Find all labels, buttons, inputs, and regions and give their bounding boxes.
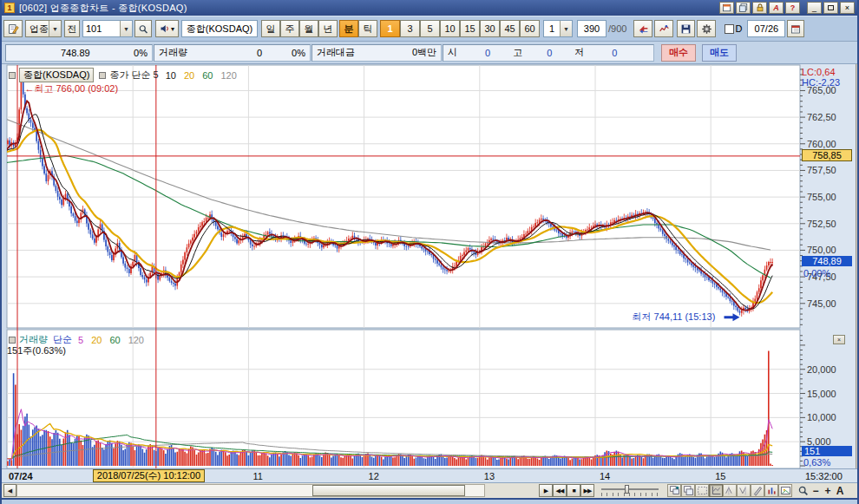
price-tick-label: 745,00 bbox=[807, 298, 836, 309]
minimize-button[interactable]: _ bbox=[807, 2, 822, 14]
price-tick-label: 760,00 bbox=[807, 139, 836, 149]
zoom-in-button[interactable]: + bbox=[822, 485, 834, 497]
prev-button[interactable]: 전 bbox=[64, 20, 80, 37]
maximize-button[interactable] bbox=[823, 2, 838, 14]
price-change-pct: 0% bbox=[134, 48, 148, 58]
copy-window-button[interactable] bbox=[736, 2, 751, 14]
windows-cascade-button[interactable] bbox=[681, 484, 695, 497]
scroll-left-button[interactable]: ◀ bbox=[3, 484, 16, 497]
bar-count-combo[interactable]: 1▼ bbox=[543, 20, 573, 37]
help-button[interactable]: ? bbox=[785, 2, 800, 14]
rewind-button[interactable]: ◀◀ bbox=[553, 484, 567, 497]
time-label-hour: 11 bbox=[252, 471, 262, 481]
price-tick-label: 752,50 bbox=[807, 219, 836, 229]
chevron-down-icon: ▾ bbox=[171, 25, 174, 33]
ma-period-label: 20 bbox=[184, 70, 194, 81]
save-icon bbox=[680, 23, 692, 35]
close-button[interactable]: × bbox=[840, 2, 855, 14]
peak-tool-icon bbox=[725, 485, 736, 496]
minute-button-15[interactable]: 15 bbox=[460, 20, 480, 37]
popup-window-icon bbox=[722, 3, 732, 13]
volume-pane-close-button[interactable]: × bbox=[833, 335, 845, 344]
minute-button-5[interactable]: 5 bbox=[420, 20, 440, 37]
forward-button[interactable]: ▶▶ bbox=[580, 484, 594, 497]
date-field[interactable]: 07/26 bbox=[747, 20, 785, 37]
volume-field: 거래량00% bbox=[154, 44, 311, 62]
minute-button-10[interactable]: 10 bbox=[440, 20, 460, 37]
chart-settings-button[interactable] bbox=[3, 20, 23, 37]
crosshair-tool-button[interactable] bbox=[709, 484, 723, 497]
timeframe-button-월[interactable]: 월 bbox=[299, 20, 318, 37]
volume-value: 0 bbox=[257, 48, 262, 58]
high-annotation: ←최고 766,00 (09:02) bbox=[24, 82, 118, 95]
popup-window-button[interactable] bbox=[719, 2, 734, 14]
minute-button-45[interactable]: 45 bbox=[500, 20, 520, 37]
high-label: 고 bbox=[513, 46, 522, 59]
chart-style-button[interactable] bbox=[654, 20, 673, 37]
crosshair-time-badge: 2018/07/25(수) 10:12:00 bbox=[93, 469, 205, 482]
timeframe-button-주[interactable]: 주 bbox=[280, 20, 299, 37]
font-size-button[interactable]: A bbox=[834, 485, 846, 497]
compare-chart-button[interactable] bbox=[633, 20, 652, 37]
legend-toggle-icon[interactable] bbox=[99, 72, 106, 79]
code-input[interactable]: 101▼ bbox=[82, 20, 133, 37]
sound-alert-button[interactable]: ▾ bbox=[155, 20, 179, 37]
chevron-down-icon[interactable]: ▼ bbox=[49, 21, 61, 36]
category-combo[interactable]: 업종▼ bbox=[25, 20, 62, 37]
zoom-out-button[interactable]: − bbox=[810, 485, 822, 497]
pen-tool-button[interactable] bbox=[751, 484, 764, 497]
chevron-down-icon[interactable]: ▼ bbox=[560, 21, 572, 36]
font-button[interactable]: A bbox=[769, 2, 784, 14]
volume-tick-label: 20,000 bbox=[807, 364, 836, 375]
slider-tick bbox=[601, 493, 602, 496]
symbol-field[interactable]: 종합(KOSDAQ) bbox=[181, 20, 258, 37]
minute-button-1[interactable]: 1 bbox=[380, 20, 400, 37]
legend-toggle-icon[interactable] bbox=[9, 337, 16, 344]
legend-toggle-icon[interactable] bbox=[9, 72, 16, 79]
save-chart-button[interactable] bbox=[677, 20, 695, 37]
scrollbar-thumb[interactable] bbox=[312, 485, 465, 496]
region-select-button[interactable] bbox=[695, 484, 709, 497]
image-tool-button[interactable] bbox=[778, 484, 792, 497]
minute-button-60[interactable]: 60 bbox=[520, 20, 540, 37]
image-tool-icon bbox=[780, 485, 791, 496]
vertical-scrollbar[interactable] bbox=[856, 64, 859, 483]
windows-add-button[interactable] bbox=[667, 484, 681, 497]
timeframe-button-년[interactable]: 년 bbox=[318, 20, 338, 37]
play-button[interactable]: ▶ bbox=[539, 484, 553, 497]
sell-button[interactable]: 매도 bbox=[702, 44, 737, 62]
main-toolbar: 업종▼전101▼▾종합(KOSDAQ)일주월년분틱13510153045601▼… bbox=[2, 16, 857, 42]
last-volume-pct: 0,63% bbox=[803, 457, 830, 468]
timeframe-button-틱[interactable]: 틱 bbox=[358, 20, 377, 37]
chevron-down-icon[interactable]: ▼ bbox=[120, 21, 132, 36]
quote-infobar: 748.890%거래량00%거래대금0백만시0고0저0매수매도 bbox=[2, 42, 857, 64]
last-volume-badge: 151 bbox=[802, 446, 852, 456]
peak-tool-button[interactable] bbox=[723, 484, 737, 497]
calendar-icon bbox=[790, 23, 801, 35]
buy-button[interactable]: 매수 bbox=[661, 44, 696, 62]
minute-button-3[interactable]: 3 bbox=[400, 20, 420, 37]
timeframe-button-분[interactable]: 분 bbox=[339, 20, 358, 37]
open-value: 0 bbox=[485, 48, 490, 58]
slider-thumb[interactable] bbox=[625, 485, 629, 494]
symbol-search-button[interactable] bbox=[134, 20, 152, 37]
valley-tool-button[interactable] bbox=[737, 484, 751, 497]
gear-icon bbox=[701, 23, 712, 35]
indicator-tool-button[interactable] bbox=[764, 484, 778, 497]
copy-window-icon bbox=[738, 3, 749, 13]
bar-count-value: 1 bbox=[544, 23, 560, 34]
minute-button-30[interactable]: 30 bbox=[480, 20, 500, 37]
timeframe-button-일[interactable]: 일 bbox=[261, 20, 280, 37]
search-icon bbox=[138, 23, 148, 35]
chart-config-button[interactable] bbox=[697, 20, 716, 37]
calendar-button[interactable] bbox=[787, 20, 804, 37]
speed-slider[interactable] bbox=[601, 484, 659, 497]
d-checkbox[interactable] bbox=[725, 24, 734, 34]
lock-button[interactable] bbox=[752, 2, 767, 14]
zoom-tool-button[interactable] bbox=[796, 484, 810, 497]
chart-scrollbar[interactable] bbox=[16, 484, 485, 497]
time-label-day: 07/24 bbox=[9, 471, 33, 481]
mini-chart-icon bbox=[659, 23, 670, 35]
stop-button[interactable]: ■ bbox=[567, 484, 580, 497]
price-field: 748.890% bbox=[5, 44, 153, 62]
